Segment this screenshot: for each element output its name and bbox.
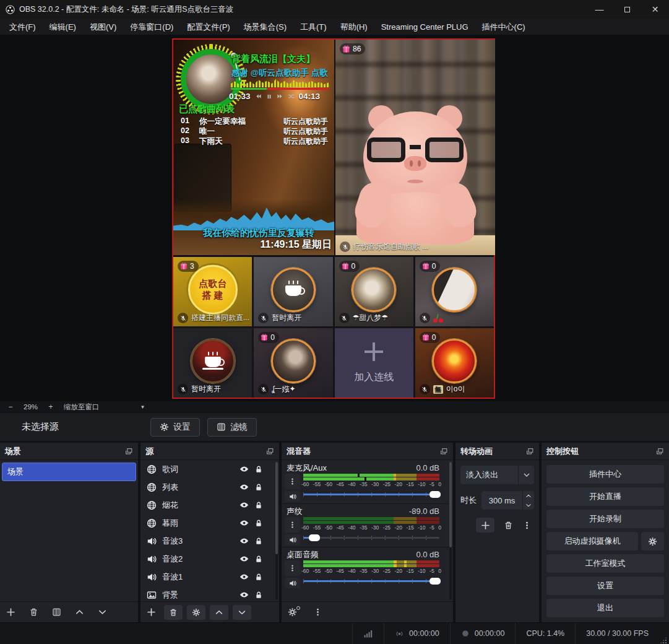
- lock-icon[interactable]: [254, 573, 263, 581]
- channel-menu-button[interactable]: [285, 474, 300, 489]
- exit-button[interactable]: 退出: [546, 599, 664, 617]
- advanced-audio-button[interactable]: [288, 607, 297, 617]
- scene-item-selected[interactable]: 场景: [2, 463, 136, 481]
- close-button[interactable]: ✕: [641, 0, 669, 19]
- move-scene-up-button[interactable]: [75, 607, 84, 617]
- popout-icon[interactable]: [124, 447, 133, 456]
- visibility-eye-icon[interactable]: [240, 518, 249, 528]
- add-transition-button[interactable]: [476, 518, 494, 533]
- browser-source-icon: [147, 482, 157, 492]
- properties-button[interactable]: 设置: [150, 418, 200, 437]
- tile-songtable: 点歌台搭 建 3 搭建主播同款直...: [173, 257, 252, 326]
- source-properties-button[interactable]: [187, 605, 205, 620]
- slider-handle[interactable]: [429, 491, 441, 498]
- popout-icon[interactable]: [655, 447, 664, 456]
- volume-slider[interactable]: [303, 489, 439, 500]
- popout-icon[interactable]: [439, 447, 448, 456]
- filters-button[interactable]: 滤镜: [207, 418, 257, 437]
- source-row[interactable]: 音波1: [140, 568, 279, 586]
- volume-slider[interactable]: [303, 532, 439, 544]
- mute-button[interactable]: [285, 534, 300, 545]
- lock-icon[interactable]: [254, 519, 263, 528]
- mixer-menu-button[interactable]: [313, 607, 322, 617]
- scene-filters-button[interactable]: [52, 607, 61, 617]
- remove-source-button[interactable]: [164, 605, 183, 620]
- vu-meter: [303, 517, 439, 524]
- start-virtual-camera-button[interactable]: 启动虚拟摄像机: [546, 532, 638, 550]
- source-row[interactable]: 列表: [140, 478, 279, 496]
- start-recording-button[interactable]: 开始录制: [546, 510, 664, 528]
- channel-menu-button[interactable]: [285, 517, 300, 533]
- menu-streaming-center[interactable]: Streaming Center PLUG: [374, 19, 475, 35]
- transition-menu-button[interactable]: [522, 521, 532, 530]
- visibility-eye-icon[interactable]: [240, 464, 249, 474]
- menu-edit[interactable]: 编辑(E): [43, 19, 83, 35]
- slider-handle[interactable]: [309, 534, 320, 541]
- zoom-in-button[interactable]: +: [46, 402, 55, 411]
- source-row[interactable]: 烟花: [140, 496, 279, 514]
- plugin-center-button[interactable]: 插件中心: [546, 465, 664, 484]
- move-source-up-button[interactable]: [210, 605, 228, 620]
- menu-file[interactable]: 文件(F): [2, 19, 43, 35]
- zoom-out-button[interactable]: −: [6, 402, 15, 411]
- remove-transition-button[interactable]: [504, 521, 513, 530]
- maximize-button[interactable]: [613, 0, 641, 19]
- visibility-eye-icon[interactable]: [240, 536, 249, 546]
- visibility-eye-icon[interactable]: [240, 572, 249, 581]
- lock-icon[interactable]: [254, 501, 263, 510]
- remove-scene-button[interactable]: [29, 607, 38, 617]
- move-source-down-button[interactable]: [233, 605, 251, 620]
- duration-spinbox[interactable]: 300 ms: [481, 491, 534, 510]
- spin-up-button[interactable]: [523, 491, 534, 500]
- chevron-down-icon[interactable]: ▼: [140, 404, 145, 410]
- popout-icon[interactable]: [525, 447, 534, 456]
- source-row[interactable]: 歌词: [140, 460, 279, 478]
- studio-mode-button[interactable]: 工作室模式: [546, 554, 664, 573]
- mixer-scrollbar[interactable]: [449, 462, 452, 599]
- source-row[interactable]: 音波3: [140, 532, 279, 550]
- volume-slider[interactable]: [303, 575, 439, 587]
- lock-icon[interactable]: [254, 537, 263, 546]
- start-streaming-button[interactable]: 开始直播: [546, 487, 664, 506]
- mute-button[interactable]: [285, 491, 300, 502]
- source-row[interactable]: 暮雨: [140, 514, 279, 532]
- mute-button[interactable]: [285, 578, 300, 588]
- channel-menu-button[interactable]: [285, 560, 300, 576]
- tile-join-slot[interactable]: 加入连线: [335, 328, 413, 398]
- slider-handle[interactable]: [429, 578, 441, 585]
- visibility-eye-icon[interactable]: [240, 590, 249, 599]
- visibility-eye-icon[interactable]: [240, 482, 249, 492]
- resize-grip[interactable]: [660, 637, 667, 644]
- lock-icon[interactable]: [254, 555, 263, 564]
- record-dot-icon: [461, 629, 470, 638]
- menu-help[interactable]: 帮助(H): [334, 19, 374, 35]
- spin-down-button[interactable]: [523, 500, 534, 510]
- menu-profile[interactable]: 配置文件(P): [180, 19, 236, 35]
- lock-icon[interactable]: [254, 483, 263, 492]
- add-scene-button[interactable]: [6, 607, 15, 617]
- fit-to-window-dropdown[interactable]: 缩放至窗口: [64, 402, 100, 412]
- source-row[interactable]: 背景: [140, 586, 279, 601]
- sources-scrollbar[interactable]: [275, 462, 278, 599]
- program-canvas[interactable]: 背着风流泪【文夫】 感谢 @听云点歌助手 点歌 01:33 04:13 已点歌曲…: [172, 38, 495, 399]
- visibility-eye-icon[interactable]: [240, 500, 249, 510]
- popout-icon[interactable]: [265, 447, 274, 456]
- source-row[interactable]: 音波2: [140, 550, 279, 568]
- db-value: 0.0 dB: [416, 463, 439, 472]
- menu-tools[interactable]: 工具(T): [293, 19, 334, 35]
- visibility-eye-icon[interactable]: [240, 554, 249, 564]
- move-scene-down-button[interactable]: [98, 607, 107, 617]
- lock-icon[interactable]: [254, 465, 263, 474]
- minimize-button[interactable]: —: [585, 0, 613, 19]
- menu-docks[interactable]: 停靠窗口(D): [123, 19, 180, 35]
- menu-plugin-center[interactable]: 插件中心(C): [475, 19, 532, 35]
- menu-scene-collection[interactable]: 场景集合(S): [237, 19, 293, 35]
- transition-select[interactable]: 淡入淡出: [460, 466, 534, 484]
- virtual-camera-settings-button[interactable]: [641, 532, 664, 550]
- window-title: OBS 32.0.2 - 配置文件: 未命名 - 场景: 听云通用S点歌台三音波: [19, 4, 234, 15]
- vu-meter: [303, 474, 439, 481]
- settings-button[interactable]: 设置: [546, 577, 664, 595]
- menu-view[interactable]: 视图(V): [83, 19, 123, 35]
- add-source-button[interactable]: [147, 607, 156, 617]
- lock-icon[interactable]: [254, 591, 263, 599]
